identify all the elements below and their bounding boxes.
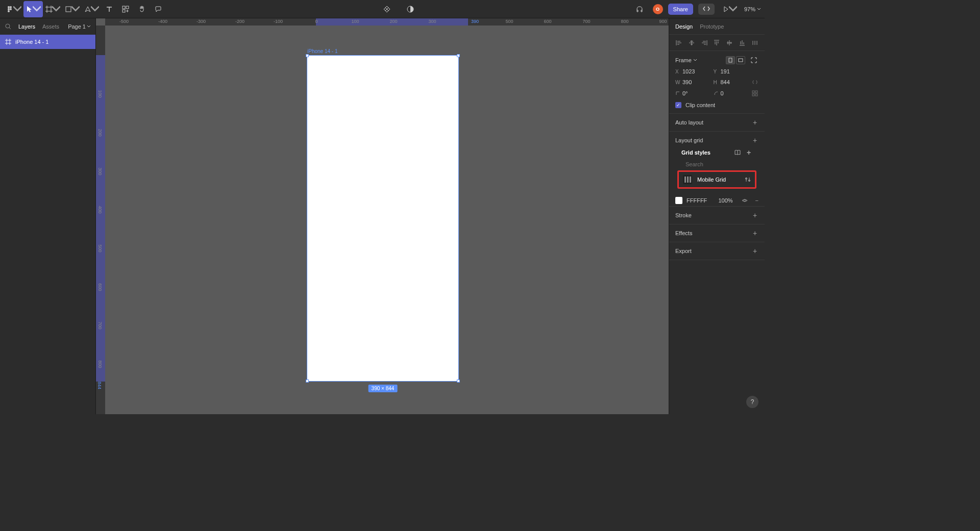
rotation-input[interactable] bbox=[682, 90, 704, 96]
audio-button[interactable] bbox=[631, 1, 648, 17]
frame-tool-button[interactable] bbox=[43, 1, 62, 17]
chevron-down-icon bbox=[52, 5, 60, 13]
page-name: Page 1 bbox=[68, 23, 86, 30]
frame-horizontal-button[interactable] bbox=[736, 56, 745, 64]
align-row bbox=[669, 35, 765, 51]
resize-handle-tr[interactable] bbox=[457, 54, 460, 57]
right-panel-tabs: Design Prototype bbox=[669, 18, 765, 35]
align-vcenter-button[interactable] bbox=[725, 38, 734, 47]
present-button[interactable] bbox=[720, 1, 739, 17]
svg-rect-2 bbox=[8, 10, 10, 12]
svg-rect-11 bbox=[729, 58, 732, 62]
search-icon[interactable] bbox=[5, 23, 11, 30]
resize-to-fit-button[interactable] bbox=[749, 56, 758, 64]
toolbar-left bbox=[4, 1, 166, 17]
y-input[interactable] bbox=[721, 68, 742, 74]
more-align-button[interactable] bbox=[750, 38, 760, 47]
selected-frame[interactable]: iPhone 14 - 1 390 × 844 bbox=[307, 55, 459, 382]
independent-corners-icon[interactable] bbox=[751, 90, 758, 97]
visibility-icon[interactable] bbox=[741, 197, 748, 204]
fill-opacity-value[interactable]: 100% bbox=[718, 197, 732, 204]
frame-label[interactable]: iPhone 14 - 1 bbox=[307, 48, 338, 54]
zoom-value: 97% bbox=[744, 6, 755, 12]
svg-rect-1 bbox=[8, 8, 10, 10]
code-icon bbox=[702, 6, 710, 12]
library-icon[interactable] bbox=[734, 149, 741, 156]
fill-hex-value[interactable]: FFFFFF bbox=[687, 197, 714, 204]
toolbar-center bbox=[166, 1, 631, 17]
radius-icon bbox=[714, 91, 719, 96]
grid-style-mobile-grid[interactable]: Mobile Grid bbox=[677, 170, 756, 189]
dimensions-badge: 390 × 844 bbox=[369, 385, 398, 392]
svg-point-18 bbox=[744, 199, 746, 201]
grid-style-search-input[interactable] bbox=[685, 161, 756, 167]
create-grid-style-button[interactable]: + bbox=[745, 149, 752, 156]
export-section: Export + bbox=[669, 242, 765, 260]
radius-input[interactable] bbox=[721, 90, 742, 96]
dev-mode-button[interactable] bbox=[698, 4, 715, 15]
help-button[interactable]: ? bbox=[746, 396, 758, 408]
layout-grid-section: Layout grid + Grid styles + Mobile Grid … bbox=[669, 132, 765, 207]
text-tool-button[interactable] bbox=[101, 1, 117, 17]
resources-button[interactable] bbox=[117, 1, 134, 17]
align-bottom-button[interactable] bbox=[738, 38, 747, 47]
shape-tool-button[interactable] bbox=[62, 1, 82, 17]
pen-tool-button[interactable] bbox=[82, 1, 101, 17]
svg-rect-14 bbox=[755, 91, 757, 93]
design-tab[interactable]: Design bbox=[675, 23, 693, 30]
link-dimensions-icon[interactable] bbox=[751, 79, 758, 86]
add-export-button[interactable]: + bbox=[751, 247, 758, 255]
x-input[interactable] bbox=[682, 68, 704, 74]
hand-tool-button[interactable] bbox=[134, 1, 150, 17]
resize-handle-tl[interactable] bbox=[306, 54, 309, 57]
ruler-tick: -400 bbox=[158, 19, 167, 24]
adjust-icon[interactable] bbox=[745, 176, 751, 183]
component-icon bbox=[383, 5, 391, 13]
fill-swatch[interactable] bbox=[675, 197, 682, 204]
add-effect-button[interactable]: + bbox=[751, 230, 758, 237]
align-right-button[interactable] bbox=[700, 38, 709, 47]
w-input[interactable] bbox=[682, 79, 704, 85]
svg-point-4 bbox=[10, 8, 12, 10]
assets-tab[interactable]: Assets bbox=[42, 23, 59, 30]
frame-vertical-button[interactable] bbox=[726, 56, 735, 64]
resize-handle-bl[interactable] bbox=[306, 380, 309, 383]
stroke-title: Stroke bbox=[675, 212, 692, 218]
clip-content-checkbox[interactable] bbox=[675, 102, 681, 108]
align-left-button[interactable] bbox=[674, 38, 683, 47]
ruler-v-selection bbox=[96, 55, 105, 382]
comment-tool-button[interactable] bbox=[150, 1, 166, 17]
frame-section: Frame X Y W H Clip content bbox=[669, 51, 765, 114]
prototype-tab[interactable]: Prototype bbox=[700, 23, 724, 30]
share-button[interactable]: Share bbox=[668, 4, 693, 15]
svg-rect-7 bbox=[126, 6, 129, 9]
resize-handle-br[interactable] bbox=[457, 380, 460, 383]
align-hcenter-button[interactable] bbox=[687, 38, 696, 47]
zoom-dropdown[interactable]: 97% bbox=[744, 6, 761, 12]
user-avatar[interactable]: O bbox=[653, 4, 663, 14]
add-layout-grid-button[interactable]: + bbox=[751, 137, 758, 144]
h-input[interactable] bbox=[721, 79, 742, 85]
x-label: X bbox=[675, 69, 680, 74]
add-auto-layout-button[interactable]: + bbox=[751, 119, 758, 126]
ruler-tick: 800 bbox=[97, 360, 103, 368]
remove-fill-button[interactable]: − bbox=[755, 197, 758, 204]
main-menu-button[interactable] bbox=[4, 1, 23, 17]
move-tool-button[interactable] bbox=[23, 1, 43, 17]
chevron-down-icon bbox=[729, 5, 737, 13]
effects-title: Effects bbox=[675, 230, 692, 236]
frame-section-title[interactable]: Frame bbox=[675, 57, 697, 63]
export-title: Export bbox=[675, 248, 692, 254]
canvas-area[interactable]: -500 -400 -300 -200 -100 0 100 200 300 3… bbox=[96, 18, 669, 414]
component-icon-button[interactable] bbox=[379, 1, 395, 17]
right-panel: Design Prototype Frame X Y bbox=[669, 18, 765, 414]
page-selector[interactable]: Page 1 bbox=[68, 23, 90, 30]
theme-toggle-button[interactable] bbox=[402, 1, 419, 17]
layer-item-frame[interactable]: iPhone 14 - 1 bbox=[0, 35, 95, 49]
add-stroke-button[interactable]: + bbox=[751, 212, 758, 219]
layers-tab[interactable]: Layers bbox=[18, 23, 35, 30]
chevron-down-icon bbox=[33, 5, 41, 13]
chevron-down-icon bbox=[13, 5, 21, 13]
align-top-button[interactable] bbox=[712, 38, 721, 47]
chevron-down-icon bbox=[91, 5, 99, 13]
